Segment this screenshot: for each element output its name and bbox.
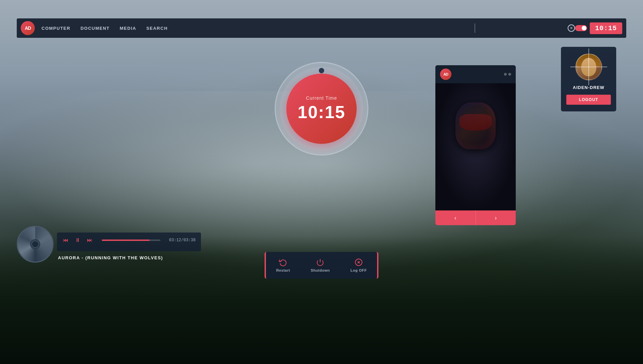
search-input[interactable] xyxy=(479,24,565,32)
media-image-card: AD ‹ › xyxy=(435,65,516,225)
restart-button[interactable]: Restart xyxy=(276,258,290,272)
dot-2 xyxy=(508,73,511,76)
media-player: ⏮ ⏸ ⏭ 03:12/03:38 AURORA - (RUNNING WITH… xyxy=(20,233,201,260)
nav-item-document[interactable]: DOCUMENT xyxy=(80,26,110,31)
search-close-button[interactable]: ✕ xyxy=(568,24,575,32)
nav-item-computer[interactable]: COMPUTER xyxy=(42,26,70,31)
restart-label: Restart xyxy=(276,268,290,272)
media-card-dots xyxy=(504,73,511,76)
pause-button[interactable]: ⏸ xyxy=(74,237,81,244)
media-card-image xyxy=(435,83,516,210)
player-disc xyxy=(17,226,54,263)
media-card-header: AD xyxy=(435,65,516,83)
clock-indicator-dot xyxy=(319,68,324,73)
media-prev-button[interactable]: ‹ xyxy=(435,210,476,225)
forward-button[interactable]: ⏭ xyxy=(86,237,93,244)
navigation-bar: AD COMPUTER DOCUMENT MEDIA SEARCH ✕ 10:1… xyxy=(17,18,626,38)
restart-icon xyxy=(279,258,287,266)
avatar-face xyxy=(581,58,596,76)
progress-bar[interactable] xyxy=(102,240,160,241)
clock-face: Current Time 10:15 xyxy=(286,74,357,144)
player-controls-area: ⏮ ⏸ ⏭ 03:12/03:38 xyxy=(57,233,201,251)
progress-fill xyxy=(102,240,150,241)
clock-widget: Current Time 10:15 xyxy=(275,62,368,156)
nav-clock: 10:15 xyxy=(590,22,622,34)
media-next-button[interactable]: › xyxy=(476,210,516,225)
media-card-logo[interactable]: AD xyxy=(440,69,451,80)
logoff-label: Log OFF xyxy=(350,268,367,272)
player-buttons: ⏮ ⏸ ⏭ 03:12/03:38 xyxy=(62,237,196,244)
robot-figure xyxy=(435,83,516,210)
robot-head xyxy=(455,102,496,149)
search-divider xyxy=(475,23,475,33)
logoff-button[interactable]: Log OFF xyxy=(350,258,367,272)
dot-1 xyxy=(504,73,507,76)
nav-logo[interactable]: AD xyxy=(21,21,35,35)
nav-items: COMPUTER DOCUMENT MEDIA SEARCH xyxy=(42,26,475,31)
search-area: ✕ xyxy=(475,23,575,33)
time-area: 10:15 xyxy=(575,22,622,34)
media-card-navigation: ‹ › xyxy=(435,210,516,225)
nav-item-media[interactable]: MEDIA xyxy=(120,26,136,31)
user-avatar-container xyxy=(575,54,602,80)
robot-visor xyxy=(459,114,492,130)
theme-toggle[interactable] xyxy=(575,25,587,31)
clock-time-display: 10:15 xyxy=(298,102,346,122)
player-time-display: 03:12/03:38 xyxy=(169,238,196,243)
clock-label: Current Time xyxy=(306,95,337,101)
logout-button[interactable]: LOGOUT xyxy=(566,95,611,105)
username-display: AIDEN-DREW xyxy=(573,85,604,90)
shutdown-label: Shutdown xyxy=(311,268,330,272)
logoff-icon xyxy=(355,258,363,266)
power-controls-panel: Restart Shutdown Log OFF xyxy=(265,252,378,279)
user-profile-card: AIDEN-DREW LOGOUT xyxy=(561,47,616,111)
nav-item-search[interactable]: SEARCH xyxy=(146,26,168,31)
avatar xyxy=(575,54,602,80)
power-icon xyxy=(316,258,324,266)
shutdown-button[interactable]: Shutdown xyxy=(311,258,330,272)
rewind-button[interactable]: ⏮ xyxy=(62,237,69,244)
